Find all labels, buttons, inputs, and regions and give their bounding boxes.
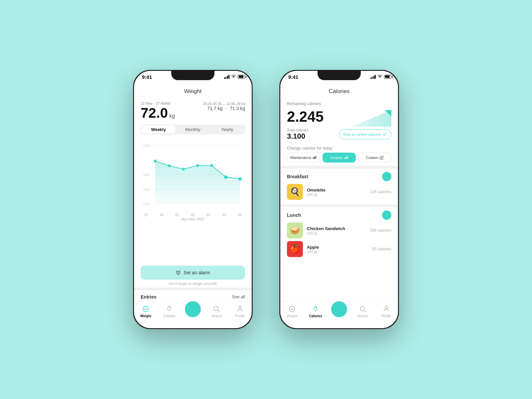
nav-weight-2[interactable]: Weight: [283, 305, 301, 318]
sandwich-info: Chicken Sandwich 100 gr.: [307, 226, 366, 235]
omelette-thumbnail: 🍳: [287, 184, 303, 200]
remaining-label: Remaining calories: [287, 101, 391, 106]
add-lunch-button[interactable]: [382, 210, 391, 220]
search-nav-icon-1: [212, 305, 221, 313]
breakfast-item-omelette[interactable]: 🍳 Omelette 100 gr. 125 calories: [287, 184, 391, 200]
lunch-item-apple[interactable]: 🍎 Apple 100 gr. 50 calories: [287, 241, 391, 257]
total-cal-left: Total calories 3.100: [287, 128, 308, 141]
nav-search-label-2: Search: [357, 314, 368, 318]
svg-point-19: [214, 307, 218, 311]
nav-weight-1[interactable]: Weight: [137, 305, 155, 318]
x-label-04: 04: [222, 213, 226, 217]
apple-weight: 100 gr.: [307, 250, 368, 254]
svg-point-10: [154, 160, 157, 163]
nav-profile-1[interactable]: Profile: [231, 305, 249, 318]
section-divider-2: [280, 166, 398, 169]
add-breakfast-icon: [384, 174, 389, 179]
svg-rect-25: [314, 157, 315, 159]
entries-label: Entries: [141, 294, 156, 300]
apple-name: Apple: [307, 245, 368, 250]
custom-label: Custom: [366, 156, 378, 160]
x-label-03: 03: [207, 213, 210, 217]
status-time-2: 9:41: [288, 74, 298, 80]
svg-rect-28: [346, 157, 346, 159]
svg-rect-29: [347, 156, 348, 159]
chart-period: April-May 2022: [141, 217, 245, 221]
nav-weight-label-2: Weight: [287, 314, 297, 318]
custom-button[interactable]: Custom: [358, 153, 391, 163]
nav-search-2[interactable]: Search: [353, 305, 372, 318]
breakfast-title: Breakfast: [287, 174, 308, 179]
svg-point-31: [360, 307, 364, 311]
nav-calories-label-2: Calories: [309, 314, 322, 318]
nav-profile-2[interactable]: Profile: [377, 305, 395, 318]
weight-nav-icon: [141, 305, 150, 313]
weight-right-col: 29.04–05.05 — 22.04–29.04 71.7 kg → 71.3…: [203, 102, 245, 111]
weight-value-row: 72.0 kg: [141, 106, 175, 120]
svg-point-21: [239, 306, 241, 309]
lunch-item-sandwich[interactable]: 🥪 Chicken Sandwich 100 gr. 340 calories: [287, 222, 391, 238]
tab-selector: Weekly Monthly Yearly: [141, 125, 245, 134]
x-label-05: 05: [238, 213, 242, 217]
x-label-01: 01: [175, 213, 179, 217]
status-icons-2: [370, 74, 392, 79]
nav-profile-label-2: Profile: [381, 314, 391, 318]
search-nav-icon-2: [358, 305, 367, 313]
weight-chart-area: 72.5 72.0 71.5 71.0: [134, 136, 252, 262]
svg-point-15: [224, 175, 227, 179]
tab-yearly[interactable]: Yearly: [210, 125, 244, 134]
lunch-title: Lunch: [287, 212, 301, 218]
entries-header: Entries See all: [134, 290, 252, 302]
weight-range-to: 71.3: [230, 106, 239, 111]
page-title-1: Weight: [134, 85, 252, 98]
calories-screen-content: Calories Remaining calories 2.245: [280, 85, 398, 302]
svg-text:71.5: 71.5: [143, 188, 149, 191]
maintenance-label: Maintenance: [290, 156, 311, 160]
alarm-icon: [176, 270, 181, 275]
add-button-1[interactable]: [185, 301, 201, 317]
phones-container: 9:41 Weight: [133, 70, 399, 329]
svg-point-11: [168, 164, 171, 167]
page-title-2: Calories: [280, 85, 398, 98]
omelette-calories: 125 calories: [370, 190, 391, 194]
tab-weekly[interactable]: Weekly: [141, 125, 176, 134]
omelette-emoji: 🍳: [287, 184, 303, 200]
tab-monthly[interactable]: Monthly: [176, 125, 210, 134]
status-time-1: 9:41: [142, 74, 152, 80]
nav-calories-2[interactable]: Calories: [307, 305, 325, 318]
section-divider-1: [134, 288, 252, 290]
status-icons-1: [224, 74, 245, 79]
svg-text:72.0: 72.0: [143, 173, 149, 177]
add-lunch-icon: [384, 213, 389, 217]
remaining-chart: [351, 107, 391, 127]
svg-point-13: [196, 164, 199, 167]
arrow-icon: →: [224, 106, 230, 111]
nav-search-1[interactable]: Search: [207, 305, 225, 318]
phone-weight: 9:41 Weight: [133, 70, 253, 329]
surplus-button[interactable]: Surplus: [323, 153, 355, 163]
nav-add-1[interactable]: [184, 305, 202, 317]
weight-current: 72.0: [141, 105, 168, 120]
cal-options: Maintenance Surplus Custom: [280, 153, 398, 166]
notch-2: [318, 71, 361, 80]
weight-range-from: 71.7: [207, 106, 216, 111]
nav-calories-label-1: Calories: [163, 314, 176, 318]
nav-add-2[interactable]: [330, 305, 348, 317]
apple-thumbnail: 🍎: [287, 241, 303, 257]
alarm-button[interactable]: Set an alarm: [141, 266, 245, 280]
svg-point-14: [210, 164, 213, 167]
notch: [171, 71, 214, 80]
stop-calories-button[interactable]: Stop at current calories: [339, 129, 391, 139]
see-all-link[interactable]: See all: [232, 294, 245, 300]
svg-point-33: [385, 306, 387, 309]
sandwich-name: Chicken Sandwich: [307, 226, 366, 231]
nav-profile-label-1: Profile: [235, 314, 244, 318]
add-button-2[interactable]: [331, 301, 347, 317]
maintenance-button[interactable]: Maintenance: [287, 153, 320, 163]
remaining-calories-section: Remaining calories 2.245: [280, 98, 398, 143]
x-label-29: 29: [144, 213, 148, 217]
add-breakfast-button[interactable]: [382, 172, 391, 181]
apple-emoji: 🍎: [287, 241, 303, 257]
omelette-weight: 100 gr.: [307, 193, 366, 197]
nav-calories-1[interactable]: Calories: [160, 305, 179, 318]
